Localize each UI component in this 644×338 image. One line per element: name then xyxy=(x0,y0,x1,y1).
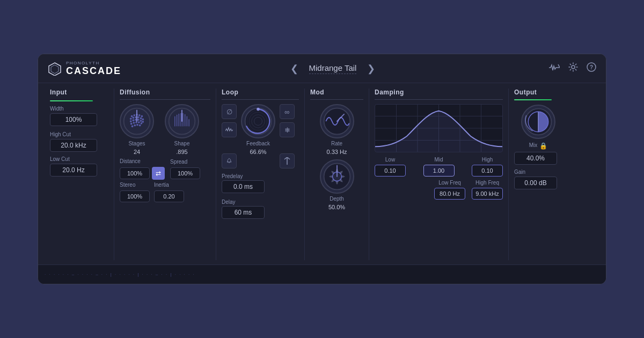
bell-button[interactable] xyxy=(222,153,237,168)
section-output: Output Mix xyxy=(509,89,562,260)
svg-point-16 xyxy=(140,117,142,120)
damping-mid-value[interactable]: 1.00 xyxy=(423,165,455,177)
link-button[interactable] xyxy=(280,153,295,168)
damping-controls: Low 0.10 Mid 1.00 High 0.10 xyxy=(375,157,503,177)
svg-point-25 xyxy=(133,122,135,124)
low-cut-value[interactable]: 20.0 Hz xyxy=(50,164,97,177)
header-icons: ? xyxy=(532,62,596,75)
output-meter-line xyxy=(514,99,552,100)
shape-knob-group: Shape .895 xyxy=(165,104,199,155)
feedback-value: 66.6% xyxy=(250,149,266,155)
distance-value[interactable]: 100% xyxy=(120,167,150,179)
logo-text: PHONOLYTH CASCADE xyxy=(66,61,121,77)
loop-label: Loop xyxy=(222,89,299,96)
low-freq-value[interactable]: 80.0 Hz xyxy=(434,188,465,200)
inf-button[interactable]: ∞ xyxy=(280,104,295,119)
depth-knob[interactable] xyxy=(320,159,354,194)
high-cut-label: High Cut xyxy=(50,131,108,137)
stages-knob[interactable] xyxy=(120,104,154,138)
help-icon[interactable]: ? xyxy=(587,62,596,75)
rate-knob[interactable] xyxy=(320,104,354,138)
damping-low-value[interactable]: 0.10 xyxy=(375,165,406,177)
stereo-label: Stereo xyxy=(120,182,150,188)
predelay-value[interactable]: 0.0 ms xyxy=(222,180,265,193)
inertia-label: Inertia xyxy=(154,182,184,188)
mix-knob-area xyxy=(514,105,562,139)
depth-label: Depth xyxy=(330,196,344,202)
delay-value[interactable]: 60 ms xyxy=(222,206,265,219)
svg-point-48 xyxy=(257,108,260,111)
section-input: Input Width 100% High Cut 20.0 kHz Low C… xyxy=(45,89,114,260)
header: PHONOLYTH CASCADE ❮ Midrange Tail ❯ xyxy=(38,54,606,83)
damping-high-label: High xyxy=(482,157,493,163)
waveform-icon[interactable] xyxy=(549,63,560,74)
svg-point-10 xyxy=(138,114,141,116)
svg-point-11 xyxy=(141,115,143,117)
svg-point-32 xyxy=(139,124,141,127)
mod-button[interactable] xyxy=(222,122,237,137)
svg-point-30 xyxy=(134,124,136,127)
feedback-knob[interactable] xyxy=(241,104,275,138)
loop-left-buttons: ∅ xyxy=(222,104,237,168)
waveform-text: · · · · · · – · · · · – · · | · · · · · … xyxy=(45,272,195,277)
stages-knob-arc xyxy=(121,104,153,138)
sync-button[interactable]: ⇄ xyxy=(152,167,165,180)
svg-point-28 xyxy=(141,122,143,124)
output-label: Output xyxy=(514,89,562,96)
stages-label: Stages xyxy=(128,141,145,146)
logo-area: PHONOLYTH CASCADE xyxy=(48,61,134,77)
phase-button[interactable]: ∅ xyxy=(222,104,237,119)
svg-point-13 xyxy=(133,117,135,119)
link-icon xyxy=(284,157,290,165)
section-loop: Loop ∅ xyxy=(216,89,305,260)
inertia-value[interactable]: 0.20 xyxy=(154,190,184,202)
shape-knob[interactable] xyxy=(165,104,199,138)
mod-divider xyxy=(310,99,363,100)
damping-low-label: Low xyxy=(385,157,395,163)
svg-line-2 xyxy=(558,64,560,68)
damping-mid-label: Mid xyxy=(434,157,443,163)
mix-knob-svg xyxy=(522,105,554,139)
spread-label: Spread xyxy=(170,159,200,165)
high-cut-value[interactable]: 20.0 kHz xyxy=(50,139,97,152)
mix-value[interactable]: 40.0% xyxy=(514,152,557,165)
svg-point-19 xyxy=(133,119,135,121)
feedback-knob-svg xyxy=(242,104,274,138)
svg-point-23 xyxy=(142,121,144,123)
high-freq-value[interactable]: 9.00 kHz xyxy=(472,188,503,200)
spread-value[interactable]: 100% xyxy=(170,167,200,179)
mix-row: Mix 🔒 xyxy=(514,142,562,150)
low-freq-label: Low Freq xyxy=(438,180,461,186)
gain-value[interactable]: 0.00 dB xyxy=(514,177,557,189)
loop-divider xyxy=(222,99,299,100)
svg-point-24 xyxy=(130,123,133,125)
high-freq-label: High Freq xyxy=(475,180,499,186)
product-name: CASCADE xyxy=(66,65,121,77)
bell-icon xyxy=(225,157,233,165)
lock-icon[interactable]: 🔒 xyxy=(539,142,547,150)
input-meter-line xyxy=(50,100,93,101)
gear-icon[interactable] xyxy=(568,62,578,75)
stages-knob-group: Stages 24 xyxy=(120,104,154,155)
prev-preset-button[interactable]: ❮ xyxy=(290,64,298,74)
delay-label: Delay xyxy=(222,199,236,205)
width-value[interactable]: 100% xyxy=(50,113,97,126)
mod-icon xyxy=(225,126,233,134)
preset-name[interactable]: Midrange Tail xyxy=(309,63,357,74)
svg-point-29 xyxy=(131,126,134,128)
damping-divider xyxy=(375,99,503,100)
stereo-value[interactable]: 100% xyxy=(120,190,150,202)
section-diffusion: Diffusion xyxy=(114,89,216,260)
damping-high-value[interactable]: 0.10 xyxy=(472,165,503,177)
svg-point-17 xyxy=(142,118,144,120)
damping-eq-display[interactable] xyxy=(375,104,503,152)
predelay-label: Predelay xyxy=(222,173,243,179)
mix-label: Mix xyxy=(529,142,538,148)
mix-knob[interactable] xyxy=(521,105,555,139)
next-preset-button[interactable]: ❯ xyxy=(367,64,375,74)
freeze-button[interactable]: ❄ xyxy=(280,122,295,137)
main-content: Input Width 100% High Cut 20.0 kHz Low C… xyxy=(38,83,606,264)
feedback-label: Feedback xyxy=(246,141,270,146)
svg-point-12 xyxy=(130,117,132,120)
svg-point-21 xyxy=(137,119,140,121)
